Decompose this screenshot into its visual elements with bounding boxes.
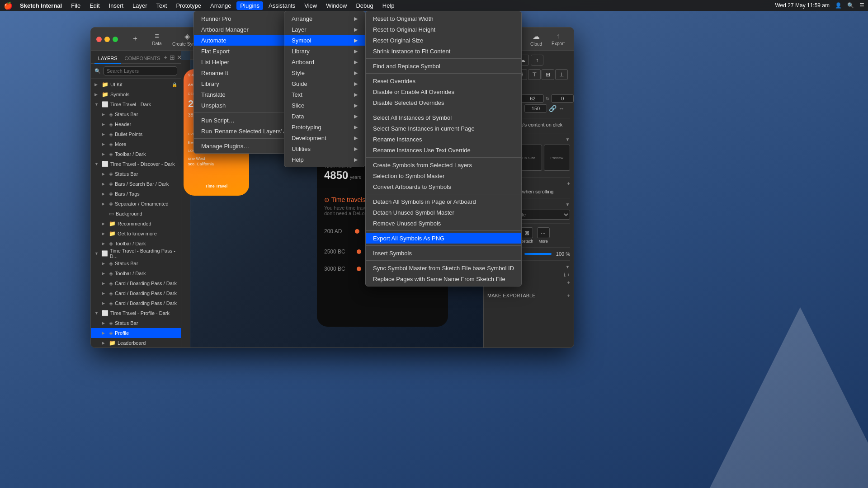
sym-detach-all[interactable]: Detach All Symbols in Page or Artboard (366, 196, 521, 207)
rotation-input[interactable] (551, 94, 574, 103)
layer-leaderboard[interactable]: ▶ 📁 Leaderboard (91, 338, 181, 347)
layer-time-travel-dark[interactable]: ▼ ⬜ Time Travel - Dark (91, 99, 181, 109)
maximize-button[interactable] (113, 37, 118, 42)
sym-reset-size[interactable]: Reset Original Size (366, 35, 521, 46)
sym-disable-enable-overrides[interactable]: Disable or Enable All Overrides (366, 86, 521, 97)
menu-prototype[interactable]: Prototype (172, 1, 205, 10)
layer-get-to-know[interactable]: ▶ 📁 Get to know more (91, 229, 181, 239)
h-input[interactable] (524, 104, 547, 113)
flip-icon[interactable]: ↔ (558, 105, 565, 112)
automate-symbol[interactable]: Symbol ▶ (284, 35, 365, 46)
add-prototyping-btn[interactable]: + (567, 181, 570, 186)
automate-development[interactable]: Development ▶ (284, 132, 365, 143)
automate-arrange[interactable]: Arrange ▶ (284, 13, 365, 24)
sym-selection-to-master[interactable]: Selection to Symbol Master (366, 170, 521, 181)
layer-recommended[interactable]: ▶ 📁 Recommended (91, 219, 181, 229)
close-button[interactable] (96, 37, 102, 42)
automate-guide[interactable]: Guide ▶ (284, 78, 365, 89)
shadows-add-btn[interactable]: + (567, 280, 570, 285)
automate-style[interactable]: Style ▶ (284, 67, 365, 78)
symbol-detach-btn[interactable]: ⊠ Detach (520, 227, 533, 244)
layer-status-bar-3[interactable]: ▶ ◈ Status Bar (91, 258, 181, 268)
sym-export-png[interactable]: Export All Symbols As PNG (366, 233, 521, 244)
layer-profile-dark-group[interactable]: ▼ ⬜ Time Travel - Profile - Dark (91, 308, 181, 318)
sym-insert-symbols[interactable]: Insert Symbols (366, 248, 521, 258)
automate-prototyping[interactable]: Prototyping ▶ (284, 122, 365, 132)
sym-reset-overrides[interactable]: Reset Overrides (366, 75, 521, 86)
tint-add-btn[interactable]: + (567, 272, 570, 278)
menu-bar-search-icon[interactable]: 🔍 (847, 2, 854, 9)
automate-layer[interactable]: Layer ▶ (284, 24, 365, 35)
automate-utilities[interactable]: Utilities ▶ (284, 143, 365, 154)
menu-debug[interactable]: Debug (352, 1, 377, 10)
layer-separator[interactable]: ▶ ◈ Separator / Ornamented (91, 199, 181, 209)
automate-library[interactable]: Library ▶ (284, 46, 365, 56)
layer-discover-dark[interactable]: ▼ ⬜ Time Travel - Discover - Dark (91, 159, 181, 169)
menu-plugins[interactable]: Plugins (236, 1, 263, 10)
layer-status-bar-1[interactable]: ▶ ◈ Status Bar (91, 109, 181, 119)
sym-create-symbols[interactable]: Create Symbols from Selected Layers (366, 160, 521, 170)
sym-select-all-instances[interactable]: Select All Instances of Symbol (366, 112, 521, 123)
menu-view[interactable]: View (301, 1, 321, 10)
menu-help[interactable]: Help (379, 1, 398, 10)
rp-align-center-v[interactable]: ⊞ (542, 69, 554, 80)
layer-card-3[interactable]: ▶ ◈ Card / Boarding Pass / Dark (91, 298, 181, 308)
layer-status-bar-4[interactable]: ▶ ◈ Status Bar (91, 318, 181, 328)
tab-layers[interactable]: LAYERS (94, 54, 121, 64)
menu-insert[interactable]: Insert (105, 1, 127, 10)
automate-dropdown[interactable]: Arrange ▶ Layer ▶ Symbol ▶ Library ▶ Art… (284, 11, 365, 167)
automate-text[interactable]: Text ▶ (284, 89, 365, 100)
menu-assistants[interactable]: Assistants (265, 1, 299, 10)
layer-background[interactable]: ▭ Background (91, 209, 181, 219)
lock-ratio-icon[interactable]: 🔗 (549, 105, 557, 112)
layer-bars-searchbar[interactable]: ▶ ◈ Bars / Search Bar / Dark (91, 179, 181, 189)
y-input[interactable] (521, 94, 544, 103)
layer-toolbar-dark-1[interactable]: ▶ ◈ Toolbar / Dark (91, 149, 181, 159)
layer-more[interactable]: ▶ ◈ More (91, 139, 181, 149)
menu-bar-control-icon[interactable]: ☰ (859, 2, 864, 9)
sym-sync-master[interactable]: Sync Symbol Master from Sketch File base… (366, 263, 521, 273)
sym-replace-pages[interactable]: Replace Pages with Same Name From Sketch… (366, 273, 521, 284)
tint-info-btn[interactable]: ℹ (564, 272, 566, 278)
grid-view-btn[interactable]: ⊞ (170, 54, 175, 61)
rp-align-top[interactable]: ⊤ (528, 69, 541, 80)
layer-toolbar-dark-2[interactable]: ▶ ◈ Toolbar / Dark (91, 239, 181, 249)
symbol-more-btn[interactable]: ··· More (537, 227, 550, 244)
sym-rename-instances-text[interactable]: Rename Instances Use Text Override (366, 145, 521, 155)
search-layers-input[interactable] (104, 66, 177, 75)
sym-reset-height[interactable]: Reset to Original Height (366, 24, 521, 35)
automate-help[interactable]: Help ▶ (284, 154, 365, 165)
opacity-slider[interactable] (524, 253, 552, 255)
sym-rename-instances[interactable]: Rename Instances (366, 134, 521, 145)
layer-status-bar-2[interactable]: ▶ ◈ Status Bar (91, 169, 181, 179)
exportable-add-btn[interactable]: + (567, 293, 570, 298)
apple-menu[interactable]: 🍎 (4, 1, 13, 10)
sym-disable-selected-overrides[interactable]: Disable Selected Overrides (366, 97, 521, 108)
close-sidebar-btn[interactable]: ✕ (177, 54, 181, 61)
symbol-dropdown[interactable]: Reset to Original Width Reset to Origina… (365, 11, 522, 286)
rp-align-bottom[interactable]: ⊥ (555, 69, 568, 80)
menu-file[interactable]: File (67, 1, 84, 10)
menu-text[interactable]: Text (153, 1, 171, 10)
menu-arrange[interactable]: Arrange (207, 1, 235, 10)
automate-artboard[interactable]: Artboard ▶ (284, 56, 365, 67)
add-button[interactable]: ＋ (125, 32, 145, 46)
sym-remove-unused[interactable]: Remove Unused Symbols (366, 218, 521, 229)
add-layer-btn[interactable]: + (164, 54, 167, 61)
layer-bars-tags[interactable]: ▶ ◈ Bars / Tags (91, 189, 181, 199)
layer-bullet-points[interactable]: ▶ ◈ Bullet Points (91, 129, 181, 139)
layer-profile-selected[interactable]: ▶ ◈ Profile (91, 328, 181, 338)
sym-shrink[interactable]: Shrink Instance to Fit Content (366, 46, 521, 56)
sym-reset-width[interactable]: Reset to Original Width (366, 13, 521, 24)
menu-bar-user-icon[interactable]: 👤 (835, 2, 842, 9)
rp-export-btn[interactable]: ↑ (531, 55, 543, 66)
layer-card-2[interactable]: ▶ ◈ Card / Boarding Pass / Dark (91, 288, 181, 298)
layer-boarding-pass[interactable]: ▼ ⬜ Time Travel - Boarding Pass - D... (91, 249, 181, 258)
sym-find-replace[interactable]: Find and Replace Symbol (366, 61, 521, 71)
layer-symbols[interactable]: ▶ 📁 Symbols (91, 89, 181, 99)
menu-edit[interactable]: Edit (86, 1, 103, 10)
automate-slice[interactable]: Slice ▶ (284, 100, 365, 111)
automate-data[interactable]: Data ▶ (284, 111, 365, 122)
resizing-expand[interactable]: ▼ (566, 137, 570, 142)
style-expand[interactable]: ▼ (566, 264, 570, 269)
